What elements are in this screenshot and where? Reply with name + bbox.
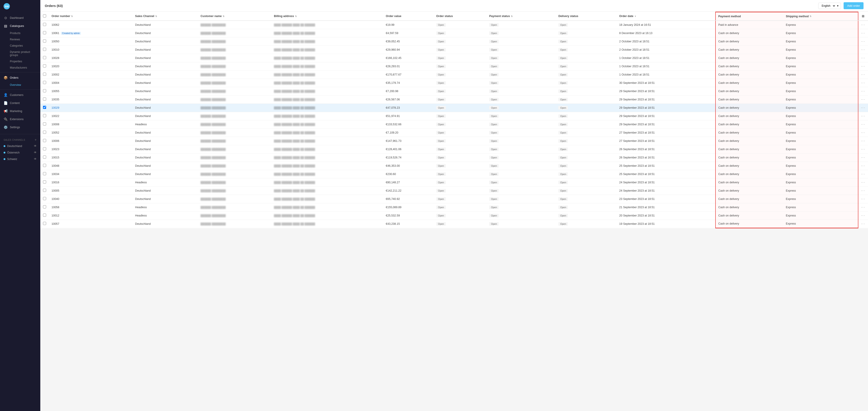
row-actions-button[interactable]: ··· <box>861 197 865 201</box>
row-actions-cell[interactable]: ··· <box>858 145 868 153</box>
row-actions-button[interactable]: ··· <box>861 97 865 101</box>
row-checkbox-cell[interactable] <box>40 79 49 87</box>
row-checkbox[interactable] <box>43 89 46 92</box>
col-header-order-date[interactable]: Order date ▼ <box>617 12 715 21</box>
row-checkbox[interactable] <box>43 189 46 192</box>
sidebar-sub-reviews[interactable]: Reviews <box>0 36 40 42</box>
col-header-order-value[interactable]: Order value <box>383 12 434 21</box>
row-checkbox[interactable] <box>43 172 46 175</box>
row-checkbox-cell[interactable] <box>40 37 49 46</box>
row-checkbox[interactable] <box>43 64 46 67</box>
row-checkbox[interactable] <box>43 155 46 159</box>
sidebar-sub-dynamic-groups[interactable]: Dynamic product groups <box>0 49 40 58</box>
sidebar-item-content[interactable]: 📄 Content <box>0 99 40 107</box>
col-header-shipping-method[interactable]: Shipping method ⇅ <box>783 12 858 21</box>
row-checkbox[interactable] <box>43 97 46 100</box>
sidebar-sub-categories[interactable]: Categories <box>0 42 40 49</box>
column-settings-icon[interactable]: ⊞ <box>862 14 864 18</box>
row-checkbox-cell[interactable] <box>40 219 49 228</box>
row-actions-cell[interactable]: ··· <box>858 170 868 178</box>
row-actions-button[interactable]: ··· <box>861 147 865 151</box>
row-actions-button[interactable]: ··· <box>861 48 865 52</box>
sidebar-sub-overview[interactable]: Overview <box>0 82 40 88</box>
visibility-icon[interactable]: 👁 <box>34 157 37 161</box>
row-checkbox[interactable] <box>43 164 46 167</box>
orders-table-container[interactable]: Order number ⇅ Sales Channel ⇅ <box>40 12 868 228</box>
row-checkbox-cell[interactable] <box>40 178 49 186</box>
sidebar-item-extensions[interactable]: 🔌 Extensions <box>0 115 40 123</box>
select-all-header[interactable] <box>40 12 49 21</box>
row-actions-cell[interactable]: ··· <box>858 178 868 186</box>
sidebar-item-customers[interactable]: 👤 Customers <box>0 91 40 99</box>
row-actions-button[interactable]: ··· <box>861 56 865 60</box>
row-checkbox-cell[interactable] <box>40 195 49 203</box>
add-order-button[interactable]: Add order <box>844 2 864 9</box>
col-header-order-status[interactable]: Order status <box>434 12 487 21</box>
row-actions-cell[interactable]: ··· <box>858 70 868 79</box>
row-checkbox[interactable] <box>43 122 46 125</box>
row-actions-cell[interactable]: ··· <box>858 46 868 54</box>
row-actions-cell[interactable]: ··· <box>858 95 868 104</box>
row-checkbox-cell[interactable] <box>40 145 49 153</box>
sidebar-item-catalogues[interactable]: ▤ Catalogues <box>0 22 40 30</box>
row-actions-cell[interactable]: ··· <box>858 186 868 195</box>
visibility-icon[interactable]: 👁 <box>34 144 37 148</box>
row-checkbox-cell[interactable] <box>40 203 49 211</box>
row-checkbox-cell[interactable] <box>40 153 49 162</box>
row-actions-button[interactable]: ··· <box>861 106 865 110</box>
row-checkbox[interactable] <box>43 81 46 84</box>
row-actions-cell[interactable]: ··· <box>858 195 868 203</box>
row-actions-cell[interactable]: ··· <box>858 79 868 87</box>
row-actions-cell[interactable]: ··· <box>858 203 868 211</box>
row-checkbox-cell[interactable] <box>40 112 49 120</box>
row-actions-button[interactable]: ··· <box>861 189 865 193</box>
row-actions-button[interactable]: ··· <box>861 81 865 85</box>
row-actions-cell[interactable]: ··· <box>858 211 868 219</box>
row-actions-cell[interactable]: ··· <box>858 120 868 128</box>
sidebar-channel-osterreich[interactable]: Österreich 👁 <box>0 149 40 156</box>
row-checkbox[interactable] <box>43 131 46 134</box>
row-actions-button[interactable]: ··· <box>861 155 865 159</box>
sidebar-channel-schweiz[interactable]: Schweiz 👁 <box>0 156 40 162</box>
col-header-actions[interactable]: ⊞ <box>858 12 868 21</box>
row-checkbox[interactable] <box>43 31 46 34</box>
col-header-customer-name[interactable]: Customer name ⇅ <box>198 12 271 21</box>
row-checkbox[interactable] <box>43 222 46 225</box>
sidebar-sub-manufacturers[interactable]: Manufacturers <box>0 64 40 71</box>
row-checkbox[interactable] <box>43 72 46 76</box>
sidebar-sub-properties[interactable]: Properties <box>0 58 40 64</box>
sidebar-item-marketing[interactable]: 📢 Marketing <box>0 107 40 115</box>
row-actions-cell[interactable]: ··· <box>858 62 868 70</box>
col-header-payment-method[interactable]: Payment method <box>715 12 783 21</box>
language-selector[interactable]: English Deutsch Français ▾ <box>818 3 841 9</box>
sidebar-item-orders[interactable]: 📦 Orders <box>0 74 40 82</box>
row-checkbox-cell[interactable] <box>40 70 49 79</box>
row-checkbox[interactable] <box>43 39 46 42</box>
row-actions-cell[interactable]: ··· <box>858 37 868 46</box>
row-actions-button[interactable]: ··· <box>861 222 865 226</box>
row-actions-button[interactable]: ··· <box>861 131 865 135</box>
col-header-order-number[interactable]: Order number ⇅ <box>49 12 132 21</box>
row-checkbox[interactable] <box>43 147 46 150</box>
row-checkbox-cell[interactable] <box>40 186 49 195</box>
col-header-payment-status[interactable]: Payment status ⇅ <box>487 12 556 21</box>
row-actions-button[interactable]: ··· <box>861 122 865 126</box>
col-header-sales-channel[interactable]: Sales Channel ⇅ <box>132 12 198 21</box>
row-actions-button[interactable]: ··· <box>861 72 865 77</box>
row-checkbox[interactable] <box>43 213 46 217</box>
row-checkbox-cell[interactable] <box>40 137 49 145</box>
row-actions-button[interactable]: ··· <box>861 64 865 68</box>
col-header-billing-address[interactable]: Billing address ⇅ <box>271 12 383 21</box>
row-checkbox-cell[interactable] <box>40 211 49 219</box>
language-dropdown[interactable]: English Deutsch Français <box>821 4 836 8</box>
row-checkbox[interactable] <box>43 180 46 183</box>
row-actions-cell[interactable]: ··· <box>858 219 868 228</box>
row-actions-cell[interactable]: ··· <box>858 162 868 170</box>
row-actions-button[interactable]: ··· <box>861 89 865 93</box>
row-checkbox-cell[interactable] <box>40 29 49 37</box>
row-checkbox-cell[interactable] <box>40 87 49 95</box>
row-actions-button[interactable]: ··· <box>861 205 865 209</box>
row-checkbox-cell[interactable] <box>40 21 49 29</box>
row-checkbox-cell[interactable] <box>40 120 49 128</box>
row-actions-cell[interactable]: ··· <box>858 153 868 162</box>
